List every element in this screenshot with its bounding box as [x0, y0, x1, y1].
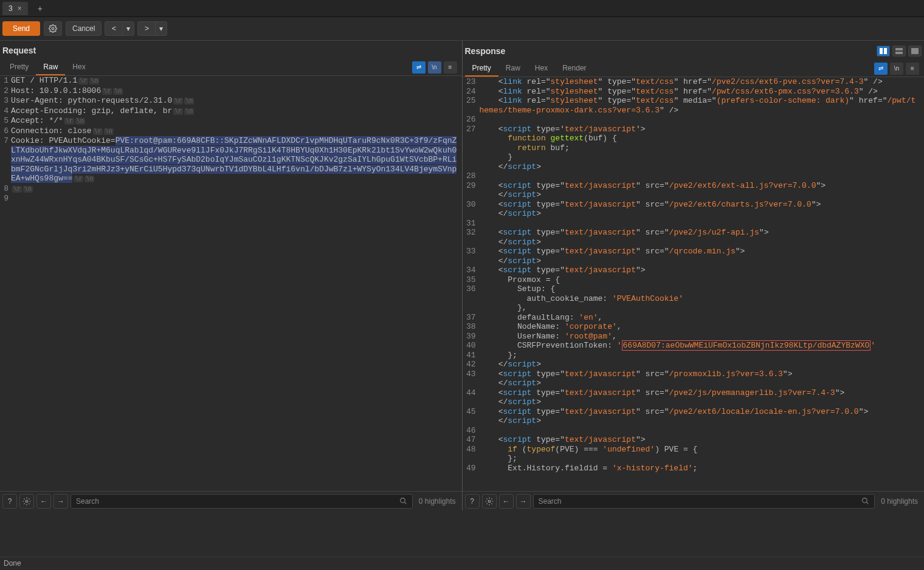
- svg-point-0: [52, 27, 54, 30]
- close-icon[interactable]: ×: [18, 4, 22, 13]
- search-placeholder: Search: [76, 497, 99, 506]
- send-button[interactable]: Send: [2, 21, 40, 36]
- layout-stack-button[interactable]: [892, 46, 906, 57]
- menu-icon: ≡: [449, 64, 452, 70]
- tab-label: 3: [9, 4, 13, 13]
- footer: ? ← → Search 0 highlights ? ← → Search 0…: [0, 491, 924, 510]
- prev-match-button[interactable]: ←: [499, 494, 514, 509]
- wrap-icon: ⇌: [416, 64, 421, 70]
- back-button[interactable]: <: [105, 21, 123, 36]
- newline-icon: \n: [432, 64, 436, 70]
- tab-raw[interactable]: Raw: [498, 61, 528, 77]
- settings-button[interactable]: [482, 494, 497, 509]
- search-icon: [861, 497, 869, 505]
- svg-rect-5: [911, 48, 919, 54]
- request-title: Request: [2, 46, 36, 55]
- highlights-count: 0 highlights: [415, 497, 460, 506]
- split-panes: Request Pretty Raw Hex ⇌ \n ≡ 1GET / HTT…: [0, 40, 924, 491]
- svg-point-6: [26, 500, 28, 503]
- request-editor[interactable]: 1GET / HTTP/1.1\r\n2Host: 10.9.0.1:8006\…: [0, 76, 462, 491]
- svg-point-7: [400, 498, 405, 503]
- toolbar: Send Cancel < ▾ > ▾: [0, 17, 924, 40]
- cancel-button[interactable]: Cancel: [66, 21, 102, 36]
- settings-button[interactable]: [44, 21, 62, 36]
- newline-toggle[interactable]: \n: [428, 61, 441, 74]
- wrap-toggle[interactable]: ⇌: [412, 61, 426, 74]
- newline-icon: \n: [894, 65, 899, 72]
- response-pane: Response Pretty Raw Hex Render ⇌ \n ≡ 23…: [463, 40, 925, 491]
- help-button[interactable]: ?: [2, 494, 17, 509]
- response-editor[interactable]: 23 <link rel="stylesheet" type="text/css…: [463, 77, 925, 491]
- search-placeholder: Search: [539, 497, 562, 506]
- forward-button[interactable]: >: [137, 21, 156, 36]
- svg-line-8: [404, 502, 406, 504]
- next-match-button[interactable]: →: [53, 494, 68, 509]
- tab-raw[interactable]: Raw: [36, 60, 65, 75]
- tab-render[interactable]: Render: [555, 61, 593, 77]
- help-button[interactable]: ?: [465, 494, 480, 509]
- forward-dropdown[interactable]: ▾: [155, 21, 167, 36]
- layout-single-button[interactable]: [908, 46, 922, 57]
- editor-menu[interactable]: ≡: [906, 63, 919, 75]
- editor-menu[interactable]: ≡: [444, 61, 457, 74]
- search-input[interactable]: Search: [71, 494, 413, 509]
- tab-hex[interactable]: Hex: [65, 60, 92, 75]
- history-fwd-group: > ▾: [138, 21, 167, 36]
- search-icon: [399, 497, 407, 505]
- svg-point-10: [863, 498, 867, 503]
- gear-icon: [49, 24, 57, 33]
- newline-toggle[interactable]: \n: [890, 63, 903, 75]
- status-bar: Done: [0, 557, 924, 570]
- tab-bar: 3 × +: [0, 0, 924, 17]
- wrap-toggle[interactable]: ⇌: [874, 63, 888, 75]
- tab-active[interactable]: 3 ×: [2, 2, 28, 15]
- back-dropdown[interactable]: ▾: [122, 21, 134, 36]
- request-pane: Request Pretty Raw Hex ⇌ \n ≡ 1GET / HTT…: [0, 40, 463, 491]
- next-match-button[interactable]: →: [516, 494, 531, 509]
- tab-pretty[interactable]: Pretty: [2, 60, 36, 75]
- tab-hex[interactable]: Hex: [528, 61, 555, 77]
- tab-add-button[interactable]: +: [34, 4, 46, 13]
- history-back-group: < ▾: [105, 21, 134, 36]
- search-input[interactable]: Search: [533, 494, 875, 509]
- wrap-icon: ⇌: [878, 65, 883, 72]
- svg-rect-1: [880, 48, 883, 54]
- svg-point-9: [488, 500, 491, 503]
- prev-match-button[interactable]: ←: [36, 494, 51, 509]
- layout-split-button[interactable]: [877, 46, 890, 57]
- settings-button[interactable]: [19, 494, 34, 509]
- svg-rect-4: [895, 52, 903, 54]
- svg-rect-2: [884, 48, 887, 54]
- response-title: Response: [465, 46, 506, 56]
- svg-rect-3: [895, 48, 903, 50]
- menu-icon: ≡: [911, 65, 914, 72]
- tab-pretty[interactable]: Pretty: [465, 61, 498, 77]
- svg-line-11: [866, 502, 868, 504]
- highlights-count: 0 highlights: [877, 497, 922, 506]
